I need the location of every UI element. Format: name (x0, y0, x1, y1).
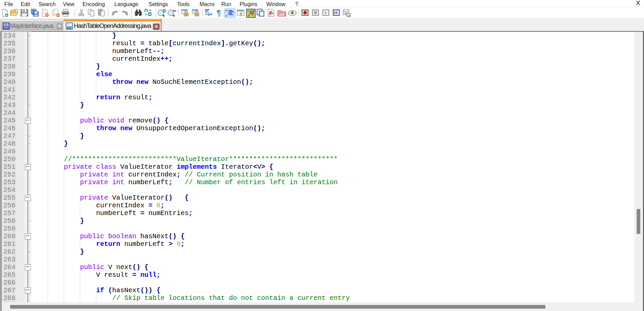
svg-text:¶: ¶ (217, 9, 221, 17)
